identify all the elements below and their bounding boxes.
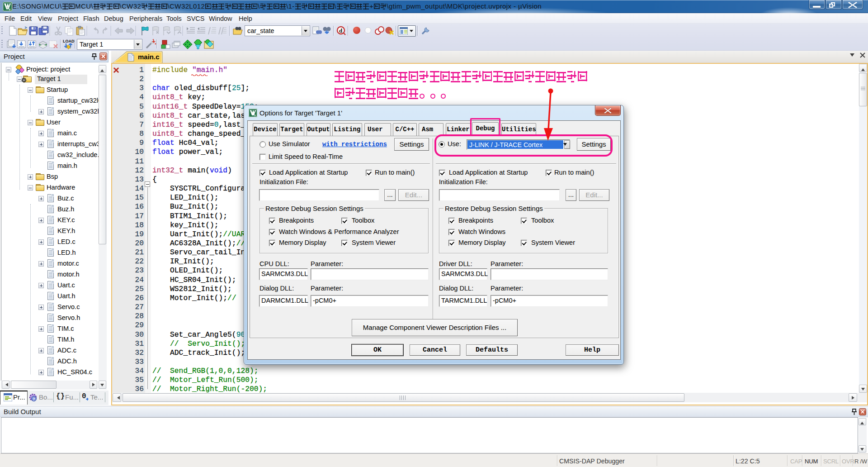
svg-text:d: d (339, 27, 343, 34)
svg-text:s: s (254, 113, 255, 117)
svg-text:LOAD: LOAD (63, 39, 75, 43)
svg-text:?: ? (33, 397, 35, 401)
